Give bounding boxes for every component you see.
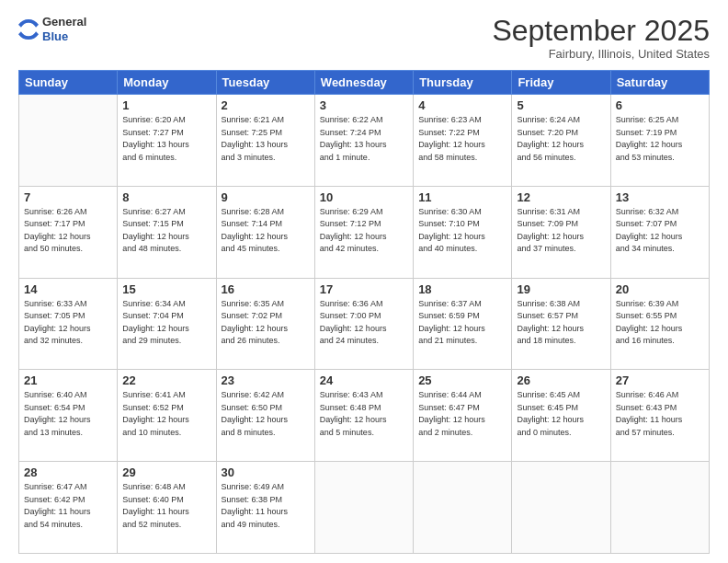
day-number: 17 <box>320 282 408 296</box>
day-info: Sunrise: 6:49 AM Sunset: 6:38 PM Dayligh… <box>222 481 310 531</box>
day-number: 27 <box>616 373 704 387</box>
day-info: Sunrise: 6:31 AM Sunset: 7:09 PM Dayligh… <box>517 206 605 256</box>
day-info: Sunrise: 6:23 AM Sunset: 7:22 PM Dayligh… <box>418 114 506 164</box>
day-number: 14 <box>24 282 112 296</box>
calendar-cell: 24Sunrise: 6:43 AM Sunset: 6:48 PM Dayli… <box>314 370 413 462</box>
calendar-cell <box>414 462 512 554</box>
calendar-cell <box>19 95 118 187</box>
day-number: 23 <box>222 373 310 387</box>
day-number: 3 <box>320 98 408 112</box>
day-info: Sunrise: 6:29 AM Sunset: 7:12 PM Dayligh… <box>320 206 408 256</box>
day-info: Sunrise: 6:43 AM Sunset: 6:48 PM Dayligh… <box>320 389 408 439</box>
calendar-cell <box>314 462 413 554</box>
day-number: 30 <box>222 465 310 479</box>
calendar-cell: 30Sunrise: 6:49 AM Sunset: 6:38 PM Dayli… <box>216 462 314 554</box>
day-info: Sunrise: 6:34 AM Sunset: 7:04 PM Dayligh… <box>122 298 210 348</box>
day-info: Sunrise: 6:25 AM Sunset: 7:19 PM Dayligh… <box>616 114 704 164</box>
calendar-cell: 1Sunrise: 6:20 AM Sunset: 7:27 PM Daylig… <box>118 95 216 187</box>
calendar-cell: 22Sunrise: 6:41 AM Sunset: 6:52 PM Dayli… <box>118 370 216 462</box>
month-title: September 2025 <box>492 15 710 47</box>
calendar-cell: 9Sunrise: 6:28 AM Sunset: 7:14 PM Daylig… <box>216 186 314 278</box>
day-info: Sunrise: 6:47 AM Sunset: 6:42 PM Dayligh… <box>24 481 112 531</box>
calendar-cell: 8Sunrise: 6:27 AM Sunset: 7:15 PM Daylig… <box>118 186 216 278</box>
calendar-table: SundayMondayTuesdayWednesdayThursdayFrid… <box>18 70 710 554</box>
day-info: Sunrise: 6:41 AM Sunset: 6:52 PM Dayligh… <box>122 389 210 439</box>
calendar-cell: 26Sunrise: 6:45 AM Sunset: 6:45 PM Dayli… <box>512 370 610 462</box>
weekday-header: Sunday <box>19 71 118 95</box>
day-info: Sunrise: 6:45 AM Sunset: 6:45 PM Dayligh… <box>517 389 605 439</box>
calendar-week-row: 28Sunrise: 6:47 AM Sunset: 6:42 PM Dayli… <box>19 462 710 554</box>
day-number: 1 <box>122 98 210 112</box>
weekday-header: Monday <box>118 71 216 95</box>
calendar-cell: 20Sunrise: 6:39 AM Sunset: 6:55 PM Dayli… <box>610 278 709 370</box>
day-info: Sunrise: 6:24 AM Sunset: 7:20 PM Dayligh… <box>517 114 605 164</box>
day-info: Sunrise: 6:44 AM Sunset: 6:47 PM Dayligh… <box>418 389 506 439</box>
title-block: September 2025 Fairbury, Illinois, Unite… <box>492 15 710 61</box>
day-number: 8 <box>122 190 210 204</box>
page: General Blue September 2025 Fairbury, Il… <box>0 0 728 563</box>
logo-general-text: General <box>42 15 86 29</box>
weekday-header: Wednesday <box>314 71 413 95</box>
day-number: 18 <box>418 282 506 296</box>
weekday-header: Thursday <box>414 71 512 95</box>
day-info: Sunrise: 6:35 AM Sunset: 7:02 PM Dayligh… <box>222 298 310 348</box>
logo-icon <box>18 19 39 40</box>
header: General Blue September 2025 Fairbury, Il… <box>18 15 710 61</box>
day-info: Sunrise: 6:40 AM Sunset: 6:54 PM Dayligh… <box>24 389 112 439</box>
calendar-cell: 7Sunrise: 6:26 AM Sunset: 7:17 PM Daylig… <box>19 186 118 278</box>
calendar-week-row: 1Sunrise: 6:20 AM Sunset: 7:27 PM Daylig… <box>19 95 710 187</box>
day-number: 29 <box>122 465 210 479</box>
day-number: 28 <box>24 465 112 479</box>
day-number: 11 <box>418 190 506 204</box>
calendar-cell: 28Sunrise: 6:47 AM Sunset: 6:42 PM Dayli… <box>19 462 118 554</box>
day-info: Sunrise: 6:38 AM Sunset: 6:57 PM Dayligh… <box>517 298 605 348</box>
calendar-header: SundayMondayTuesdayWednesdayThursdayFrid… <box>19 71 710 95</box>
day-number: 7 <box>24 190 112 204</box>
day-number: 19 <box>517 282 605 296</box>
day-info: Sunrise: 6:46 AM Sunset: 6:43 PM Dayligh… <box>616 389 704 439</box>
day-info: Sunrise: 6:30 AM Sunset: 7:10 PM Dayligh… <box>418 206 506 256</box>
weekday-row: SundayMondayTuesdayWednesdayThursdayFrid… <box>19 71 710 95</box>
weekday-header: Friday <box>512 71 610 95</box>
day-info: Sunrise: 6:27 AM Sunset: 7:15 PM Dayligh… <box>122 206 210 256</box>
calendar-cell: 12Sunrise: 6:31 AM Sunset: 7:09 PM Dayli… <box>512 186 610 278</box>
day-info: Sunrise: 6:20 AM Sunset: 7:27 PM Dayligh… <box>122 114 210 164</box>
calendar-cell: 15Sunrise: 6:34 AM Sunset: 7:04 PM Dayli… <box>118 278 216 370</box>
weekday-header: Tuesday <box>216 71 314 95</box>
calendar-cell: 11Sunrise: 6:30 AM Sunset: 7:10 PM Dayli… <box>414 186 512 278</box>
calendar-cell: 2Sunrise: 6:21 AM Sunset: 7:25 PM Daylig… <box>216 95 314 187</box>
calendar-week-row: 21Sunrise: 6:40 AM Sunset: 6:54 PM Dayli… <box>19 370 710 462</box>
day-number: 12 <box>517 190 605 204</box>
day-number: 5 <box>517 98 605 112</box>
day-number: 24 <box>320 373 408 387</box>
day-info: Sunrise: 6:21 AM Sunset: 7:25 PM Dayligh… <box>222 114 310 164</box>
calendar-cell: 23Sunrise: 6:42 AM Sunset: 6:50 PM Dayli… <box>216 370 314 462</box>
calendar-week-row: 14Sunrise: 6:33 AM Sunset: 7:05 PM Dayli… <box>19 278 710 370</box>
day-info: Sunrise: 6:22 AM Sunset: 7:24 PM Dayligh… <box>320 114 408 164</box>
day-info: Sunrise: 6:28 AM Sunset: 7:14 PM Dayligh… <box>222 206 310 256</box>
calendar-cell: 27Sunrise: 6:46 AM Sunset: 6:43 PM Dayli… <box>610 370 709 462</box>
calendar-cell: 25Sunrise: 6:44 AM Sunset: 6:47 PM Dayli… <box>414 370 512 462</box>
calendar-cell <box>512 462 610 554</box>
calendar-week-row: 7Sunrise: 6:26 AM Sunset: 7:17 PM Daylig… <box>19 186 710 278</box>
day-number: 25 <box>418 373 506 387</box>
calendar-cell: 4Sunrise: 6:23 AM Sunset: 7:22 PM Daylig… <box>414 95 512 187</box>
day-info: Sunrise: 6:26 AM Sunset: 7:17 PM Dayligh… <box>24 206 112 256</box>
day-info: Sunrise: 6:37 AM Sunset: 6:59 PM Dayligh… <box>418 298 506 348</box>
day-number: 21 <box>24 373 112 387</box>
logo: General Blue <box>18 15 86 43</box>
day-number: 10 <box>320 190 408 204</box>
calendar-cell: 10Sunrise: 6:29 AM Sunset: 7:12 PM Dayli… <box>314 186 413 278</box>
calendar-cell: 19Sunrise: 6:38 AM Sunset: 6:57 PM Dayli… <box>512 278 610 370</box>
calendar-cell: 3Sunrise: 6:22 AM Sunset: 7:24 PM Daylig… <box>314 95 413 187</box>
day-number: 13 <box>616 190 704 204</box>
day-number: 2 <box>222 98 310 112</box>
day-number: 9 <box>222 190 310 204</box>
day-info: Sunrise: 6:42 AM Sunset: 6:50 PM Dayligh… <box>222 389 310 439</box>
day-number: 22 <box>122 373 210 387</box>
day-info: Sunrise: 6:48 AM Sunset: 6:40 PM Dayligh… <box>122 481 210 531</box>
day-info: Sunrise: 6:39 AM Sunset: 6:55 PM Dayligh… <box>616 298 704 348</box>
day-info: Sunrise: 6:36 AM Sunset: 7:00 PM Dayligh… <box>320 298 408 348</box>
calendar-cell <box>610 462 709 554</box>
day-number: 4 <box>418 98 506 112</box>
